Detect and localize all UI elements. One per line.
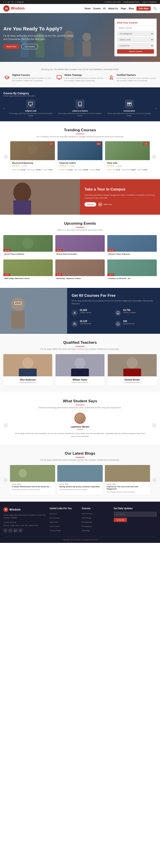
testimonial-role: Student — [13, 429, 147, 430]
features-title: We Bring You The World's Best Courses Fr… — [3, 68, 157, 70]
footer-in-icon[interactable]: in — [19, 528, 23, 532]
event-body-1: Senior Prom at Wisdom — [3, 252, 53, 257]
certified-icon — [72, 310, 78, 316]
join-now-button[interactable]: Join Now — [136, 6, 151, 11]
course-card-electrical[interactable]: sale Electrical Engineering ★★★★☆ 4.3 (2… — [10, 141, 55, 173]
category-header: Course By Category Far far away, behind … — [3, 92, 157, 97]
blogs-title-block: Our Latest Blogs Far far away, behind th… — [3, 451, 157, 461]
event-card-1[interactable]: Jun 18 Senior Prom at Wisdom — [3, 235, 53, 257]
blog-body-2: Jun 18, 2024 Having studied war poetry, … — [57, 482, 102, 493]
nav-home[interactable]: Home — [84, 7, 91, 10]
teacher-card-1[interactable]: Jhen Anderson Physics/Mathematics — [3, 354, 52, 386]
category-card-3[interactable]: Consectetur Far far away, behind the wor… — [106, 100, 153, 117]
event-card-5[interactable]: Jul 05 Workshop: Japanese Culture — [55, 259, 105, 281]
testimonials-subtitle: Sharing outstanding performance showcase… — [3, 406, 157, 409]
campus-buttons: Join Us ▶ Video Tour — [84, 202, 156, 207]
teacher-card-3[interactable]: Donnle Brown Physics/Mathematics — [108, 354, 157, 386]
login-register[interactable]: Log in / Register — [142, 1, 157, 3]
event-card-6[interactable]: Jul 10 Frontiers of Fifmouth - Art — [107, 259, 157, 281]
footer-link-courses[interactable]: Our Courses — [50, 517, 60, 519]
nav-about[interactable]: About Us — [108, 7, 118, 10]
nav-page[interactable]: Page — [121, 7, 126, 10]
event-card-4[interactable]: Jul 01 2025 Ledger Memorial Lecture — [3, 259, 53, 281]
event-5-date: Jul 05 — [55, 274, 62, 276]
language-selector[interactable]: English — [17, 1, 24, 3]
nav-blog[interactable]: Blog — [129, 7, 134, 10]
footer-link-privacy[interactable]: Privacy Policy — [50, 530, 61, 532]
stat-courses-text: 10,756 Courses Complete — [123, 309, 136, 317]
teacher-img-1 — [3, 354, 52, 376]
testimonial-next-button[interactable]: › — [152, 423, 157, 428]
nav-ki[interactable]: KI — [103, 7, 106, 10]
blogs-next-button[interactable]: › — [152, 477, 157, 482]
nav-events[interactable]: Events — [93, 7, 101, 10]
footer-course-4[interactable]: Photography — [82, 525, 92, 527]
get-started-button[interactable]: Get Started — [21, 44, 38, 49]
course-card-financial[interactable]: sale Financial Analyst ★★★★☆ 4.3 (28) Co… — [57, 141, 102, 173]
footer-fb-icon[interactable]: f — [3, 528, 7, 532]
footer-course-5[interactable]: Marketing — [82, 530, 89, 532]
teacher-card-2[interactable]: William Taylor Mathematics/Science — [56, 354, 104, 386]
read-more-button[interactable]: Read More — [3, 44, 20, 49]
category-section: Course By Category Far far away, behind … — [0, 87, 160, 121]
courses-number: 10,756 — [123, 309, 136, 311]
event-4-title: 2025 Ledger Memorial Lecture — [4, 277, 52, 279]
footer-link-contact[interactable]: Get In Touch — [50, 525, 60, 527]
satisfied-icon — [115, 321, 121, 327]
svg-point-43 — [19, 469, 27, 477]
search-course-button[interactable]: Search Course — [117, 49, 154, 54]
courses-next-button[interactable]: › — [152, 154, 157, 159]
footer-course-2[interactable]: Web Design — [82, 517, 91, 519]
category-cards: Adipiut velit Far far away, behind the w… — [7, 100, 153, 117]
envelope-icon — [125, 100, 134, 108]
course-search-input[interactable] — [117, 26, 154, 30]
join-us-button[interactable]: Join Us — [84, 202, 96, 207]
blog-card-3[interactable]: Jun 18, 2024 Inspired by 'The Lord of th… — [105, 465, 150, 495]
category-card-1[interactable]: Adipiut velit Far far away, behind the w… — [7, 100, 54, 117]
svg-rect-35 — [19, 369, 37, 376]
footer-tw-icon[interactable]: t — [8, 528, 12, 532]
footer-social: f t g+ in — [3, 528, 47, 532]
newsletter-email-input[interactable] — [114, 512, 157, 517]
blogs-prev-button[interactable]: ‹ — [3, 477, 8, 482]
footer-gp-icon[interactable]: g+ — [14, 528, 18, 532]
blog-card-2[interactable]: Jun 18, 2024 Having studied war poetry, … — [57, 465, 102, 495]
fb-icon[interactable]: f — [3, 1, 4, 3]
newsletter-subscribe-button[interactable]: Subscribe — [114, 518, 127, 522]
search-icon[interactable]: 🔍 — [153, 7, 157, 10]
video-tour-button[interactable]: ▶ Video Tour — [98, 202, 112, 207]
event-card-2[interactable]: Jun 20 42nd Annual Convention — [55, 235, 105, 257]
gp-icon[interactable]: g+ — [8, 1, 10, 3]
blogs-slider: ‹ Jun 18, 2024 A Cluster Randomized Tria… — [3, 465, 157, 495]
testimonial-content: Lawrenco Steven Student Far far away, be… — [10, 413, 150, 438]
category-select[interactable]: All Categories — [117, 31, 154, 36]
testimonial-prev-button[interactable]: ‹ — [3, 423, 8, 428]
category-prev-arrow[interactable]: ‹ — [3, 106, 4, 110]
category-card-2[interactable]: Labore et dolore Far far away, behind th… — [56, 100, 104, 117]
in-icon[interactable]: in — [12, 1, 14, 3]
features-grid: Highest Courses Far far away, behind the… — [3, 74, 157, 82]
satisfied-number: 100 — [123, 320, 134, 322]
svg-rect-22 — [56, 259, 104, 276]
level-select[interactable]: Select Level — [117, 37, 154, 42]
footer-link-blog[interactable]: Blog Posts — [50, 521, 58, 523]
trending-title: Trending Courses — [3, 128, 157, 132]
blog-3-title: Inspired by 'The Lord of the Flies and P… — [107, 486, 148, 490]
course-img-volup: sale — [105, 141, 150, 160]
footer-course-3[interactable]: Development — [82, 521, 92, 523]
course-card-volup[interactable]: sale Volup nulla ★★★★☆ 4.3 (28) Course T… — [105, 141, 150, 173]
blog-card-1[interactable]: Jun 18, 2024 A Cluster Randomized Trial … — [10, 465, 55, 495]
course-for-select[interactable]: Course For — [117, 43, 154, 48]
blog-img-3 — [105, 465, 150, 482]
footer-link-about[interactable]: About Us — [50, 513, 57, 515]
tw-icon[interactable]: t — [5, 1, 6, 3]
category-next-arrow[interactable]: › — [156, 106, 157, 110]
testimonials-section: What Student Says Sharing outstanding pe… — [0, 392, 160, 445]
footer-course-1[interactable]: View Courses — [82, 513, 93, 515]
event-card-3[interactable]: Jun 22 Summer Career Exposure — [107, 235, 157, 257]
svg-rect-8 — [57, 75, 61, 79]
courses-prev-button[interactable]: ‹ — [3, 154, 8, 159]
site-logo[interactable]: W Wisdom — [3, 5, 25, 11]
svg-point-30 — [117, 323, 119, 326]
svg-rect-41 — [123, 369, 141, 376]
